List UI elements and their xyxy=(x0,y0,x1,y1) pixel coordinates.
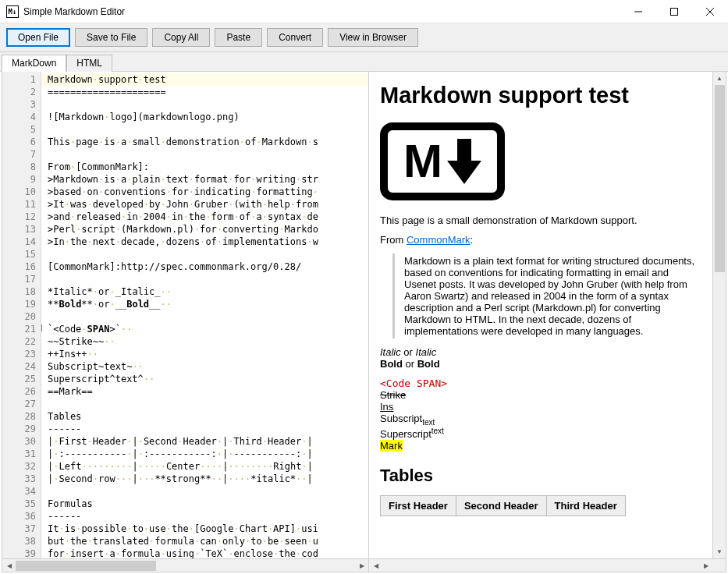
scroll-left-icon[interactable]: ◀ xyxy=(2,559,16,572)
markdown-logo: M xyxy=(380,122,505,200)
code-line[interactable] xyxy=(41,310,368,323)
table-header-2: Second Header xyxy=(456,495,546,516)
scroll-right-icon[interactable]: ▶ xyxy=(355,559,368,572)
open-file-button[interactable]: Open File xyxy=(6,28,70,47)
preview-horizontal-scrollbar[interactable]: ◀ ▶ xyxy=(369,558,726,572)
code-line[interactable]: ==Mark== xyxy=(41,385,368,398)
code-line[interactable]: ------ xyxy=(41,423,368,435)
code-line[interactable]: >and·released·in·2004·in·the·form·of·a·s… xyxy=(41,211,368,223)
code-line[interactable]: **Bold**·or·__Bold__·· xyxy=(41,298,368,310)
code-line[interactable]: |·Left·········|·····Center····|········… xyxy=(41,460,368,473)
logo-m-icon: M xyxy=(403,138,442,185)
code-line[interactable]: Superscript^text^·· xyxy=(41,373,368,385)
code-line[interactable]: but·the·translated·formula·can·only·to·b… xyxy=(41,535,368,547)
toolbar: Open File Save to File Copy All Paste Co… xyxy=(0,23,728,52)
table-header-1: First Header xyxy=(381,495,456,516)
preview-from: From CommonMark: xyxy=(380,234,701,246)
preview-inline-block: <Code SPAN> Strike Ins Subscripttext Sup… xyxy=(380,377,701,452)
bold-1: Bold xyxy=(380,358,403,370)
preview-blockquote: Markdown is a plain text format for writ… xyxy=(392,253,701,338)
preview-intro: This page is a small demonstration of Ma… xyxy=(380,214,701,226)
code-line[interactable]: Tables xyxy=(41,410,368,423)
titlebar: M↓ Simple Markdown Editor xyxy=(0,0,728,23)
scroll-thumb[interactable] xyxy=(16,561,156,571)
code-line[interactable]: ![Markdown·logo](markdownlogo.png) xyxy=(41,111,368,123)
code-line[interactable] xyxy=(41,98,368,111)
preview-vertical-scrollbar[interactable]: ▲ ▼ xyxy=(712,72,726,558)
code-line[interactable]: |·:-----------·|·:-----------:·|·-------… xyxy=(41,448,368,460)
table-header-3: Third Header xyxy=(546,495,625,516)
code-line[interactable]: ~~Strike~~·· xyxy=(41,335,368,348)
code-line[interactable]: |·First·Header·|·Second·Header·|·Third·H… xyxy=(41,435,368,448)
save-to-file-button[interactable]: Save to File xyxy=(75,28,147,47)
paste-button[interactable]: Paste xyxy=(215,28,262,47)
superscript-line: Superscripttext xyxy=(380,428,444,440)
code-area[interactable]: Markdown·support·test===================… xyxy=(41,72,368,558)
code-line[interactable] xyxy=(41,148,368,161)
code-line[interactable]: |·Second·row···|···**strong**··|····*ita… xyxy=(41,473,368,485)
code-line[interactable]: for·insert·a·formula·using·`TeX`·enclose… xyxy=(41,547,368,558)
code-line[interactable]: >Perl·script·(Markdown.pl)·for·convertin… xyxy=(41,223,368,236)
code-line[interactable]: Markdown·support·test xyxy=(41,73,368,86)
maximize-icon xyxy=(670,8,678,16)
code-line[interactable]: Formulas xyxy=(41,498,368,510)
line-number-gutter: 1234567891011121314151617181920212223242… xyxy=(2,72,41,558)
code-line[interactable]: −`<Code·SPAN>`·· xyxy=(41,323,368,335)
bold-2: Bold xyxy=(417,358,440,370)
italic-or: or xyxy=(401,346,416,358)
code-line[interactable] xyxy=(41,485,368,498)
close-button[interactable] xyxy=(692,0,728,23)
tab-markdown[interactable]: MarkDown xyxy=(2,55,66,72)
italic-1: Italic xyxy=(380,346,401,358)
scroll-down-icon[interactable]: ▼ xyxy=(713,545,726,558)
scroll-right-icon[interactable]: ▶ xyxy=(699,559,712,572)
editor-scroll[interactable]: 1234567891011121314151617181920212223242… xyxy=(2,72,368,558)
scroll-left-icon[interactable]: ◀ xyxy=(369,559,382,572)
ins-text: Ins xyxy=(380,401,393,413)
code-line[interactable]: From·[CommonMark]: xyxy=(41,161,368,173)
code-line[interactable]: >It·was·developed·by·John·Gruber·(with·h… xyxy=(41,198,368,211)
code-line[interactable]: ++Ins++·· xyxy=(41,348,368,360)
maximize-button[interactable] xyxy=(656,0,692,23)
commonmark-link[interactable]: CommonMark xyxy=(407,234,471,246)
code-line[interactable] xyxy=(41,123,368,136)
from-suffix: : xyxy=(471,234,474,246)
convert-button[interactable]: Convert xyxy=(267,28,323,47)
code-line[interactable]: >based·on·conventions·for·indicating·for… xyxy=(41,186,368,198)
editor-horizontal-scrollbar[interactable]: ◀ ▶ xyxy=(2,558,368,572)
app-icon: M↓ xyxy=(6,5,19,18)
close-icon xyxy=(706,8,714,16)
window-title: Simple Markdown Editor xyxy=(23,6,125,17)
preview-h1: Markdown support test xyxy=(380,83,701,108)
code-line[interactable] xyxy=(41,398,368,410)
minimize-button[interactable] xyxy=(620,0,656,23)
code-line[interactable]: >Markdown·is·a·plain·text·format·for·wri… xyxy=(41,173,368,186)
code-line[interactable] xyxy=(41,248,368,260)
minimize-icon xyxy=(634,8,642,16)
code-line[interactable]: Subscript~text~·· xyxy=(41,360,368,373)
preview-content: Markdown support test M This page is a s… xyxy=(369,72,712,558)
code-line[interactable]: *Italic*·or·_Italic_·· xyxy=(41,285,368,298)
tables-heading: Tables xyxy=(380,466,701,486)
code-line[interactable]: [CommonMark]:http://spec.commonmark.org/… xyxy=(41,260,368,273)
subscript-line: Subscripttext xyxy=(380,413,435,424)
from-prefix: From xyxy=(380,234,407,246)
preview-table: First Header Second Header Third Header xyxy=(380,495,626,516)
mark-text: Mark xyxy=(380,440,403,452)
copy-all-button[interactable]: Copy All xyxy=(152,28,210,47)
scroll-track-v[interactable] xyxy=(713,85,726,545)
code-line[interactable]: ===================== xyxy=(41,86,368,98)
scroll-track[interactable] xyxy=(16,559,355,572)
code-line[interactable]: ------ xyxy=(41,510,368,523)
scroll-thumb-v[interactable] xyxy=(715,85,725,272)
preview-pane: Markdown support test M This page is a s… xyxy=(369,72,726,572)
tab-html[interactable]: HTML xyxy=(66,55,112,72)
code-line[interactable]: This·page·is·a·small·demonstration·of·Ma… xyxy=(41,136,368,148)
tabbar: MarkDown HTML xyxy=(0,52,728,72)
italic-2: Italic xyxy=(416,346,437,358)
view-in-browser-button[interactable]: View in Browser xyxy=(328,28,418,47)
code-line[interactable] xyxy=(41,273,368,285)
code-line[interactable]: It·is·possible·to·use·the·[Google·Chart·… xyxy=(41,523,368,535)
code-line[interactable]: >In·the·next·decade,·dozens·of·implement… xyxy=(41,236,368,248)
scroll-up-icon[interactable]: ▲ xyxy=(713,72,726,85)
